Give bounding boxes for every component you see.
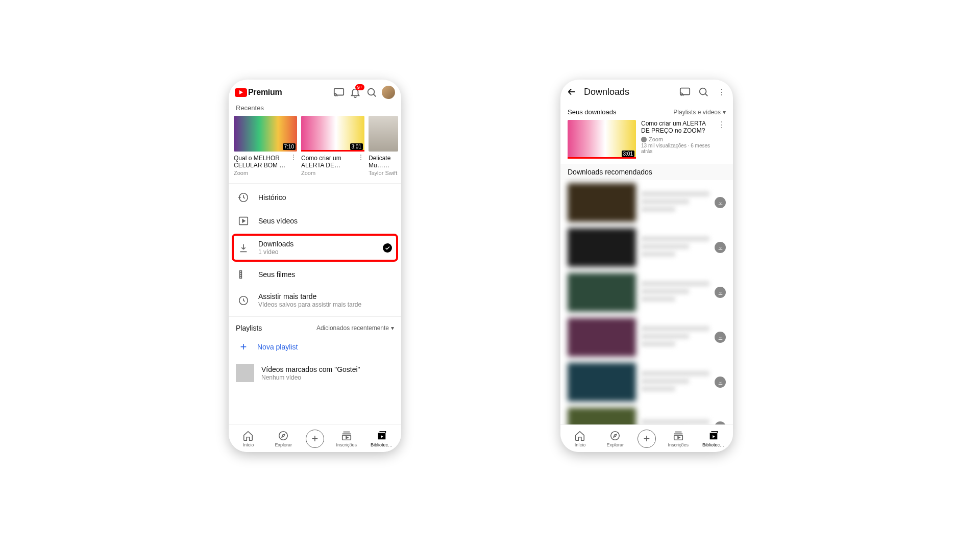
new-playlist-button[interactable]: + Nova playlist (229, 334, 401, 360)
nav-explore[interactable]: Explorar (602, 430, 628, 447)
nav-library[interactable]: Bibliotec… (701, 430, 726, 447)
notification-badge: 9+ (355, 84, 364, 90)
phone-downloads-screen: Downloads ⋮ Seus downloads Playlists e v… (560, 80, 733, 452)
page-title: Downloads (584, 87, 629, 97)
playlists-header: Playlists Adicionados recentemente▾ (229, 319, 401, 334)
library-your-videos[interactable]: Seus vídeos (229, 209, 401, 233)
svg-point-1 (368, 89, 375, 95)
phone-library-screen: Premium 9+ Recentes 7:10 Q (229, 80, 401, 452)
chevron-down-icon: ▾ (723, 109, 726, 116)
recommended-item[interactable] (568, 363, 726, 402)
search-icon[interactable] (365, 86, 378, 98)
nav-home[interactable]: Início (235, 430, 261, 447)
nav-subscriptions[interactable]: Inscrições (666, 430, 691, 447)
more-icon[interactable]: ⋮ (290, 155, 297, 160)
playlists-sort[interactable]: Adicionados recentemente▾ (316, 324, 394, 332)
brand-text: Premium (248, 88, 282, 97)
playlist-liked-videos[interactable]: Vídeos marcados com "Gostei" Nenhum víde… (229, 360, 401, 386)
downloads-filter[interactable]: Playlists e vídeos▾ (673, 109, 726, 116)
nav-library[interactable]: Bibliotec… (369, 430, 395, 447)
svg-point-9 (700, 88, 706, 95)
header: Downloads ⋮ (560, 80, 733, 104)
recommended-item[interactable] (568, 408, 726, 424)
play-outline-icon (238, 215, 249, 227)
recommended-list (560, 180, 733, 424)
recommended-item[interactable] (568, 183, 726, 222)
history-icon (238, 192, 249, 203)
notifications-icon[interactable]: 9+ (349, 86, 361, 98)
download-icon[interactable] (715, 332, 726, 343)
recent-card[interactable]: 7:10 Qual o MELHOR CELULAR BOM e B…⋮ Zoo… (234, 116, 297, 176)
svg-point-10 (611, 431, 620, 440)
cast-icon[interactable] (679, 86, 691, 98)
recents-label: Recentes (229, 102, 401, 116)
chevron-down-icon: ▾ (391, 324, 394, 332)
youtube-play-icon (235, 88, 247, 97)
recents-row: 7:10 Qual o MELHOR CELULAR BOM e B…⋮ Zoo… (229, 116, 401, 181)
download-icon[interactable] (715, 197, 726, 208)
playlist-thumb (236, 364, 254, 382)
nav-create-button[interactable]: + (638, 430, 656, 448)
bottom-nav: Início Explorar + Inscrições Bibliotec… (229, 424, 401, 452)
verified-icon (641, 137, 647, 142)
download-icon[interactable] (715, 242, 726, 253)
download-icon[interactable] (715, 287, 726, 298)
recent-card[interactable]: 3:01 Como criar um ALERTA DE PREÇO …⋮ Zo… (301, 116, 364, 176)
nav-home[interactable]: Início (567, 430, 593, 447)
recommended-item[interactable] (568, 273, 726, 312)
nav-create-button[interactable]: + (306, 430, 324, 448)
recent-card[interactable]: Delicate Mu… Dance Rehe… Taylor Swift (369, 116, 398, 176)
downloads-subheader: Seus downloads Playlists e vídeos▾ (560, 104, 733, 120)
recommended-item[interactable] (568, 318, 726, 357)
plus-icon: + (238, 340, 249, 354)
recommended-item[interactable] (568, 228, 726, 267)
film-icon (238, 269, 249, 280)
nav-explore[interactable]: Explorar (271, 430, 296, 447)
bottom-nav: Início Explorar + Inscrições Bibliotec… (560, 424, 733, 452)
avatar[interactable] (382, 86, 395, 99)
nav-subscriptions[interactable]: Inscrições (334, 430, 359, 447)
search-icon[interactable] (697, 86, 709, 98)
more-icon[interactable]: ⋮ (718, 120, 726, 159)
download-icon[interactable] (715, 377, 726, 388)
library-your-movies[interactable]: Seus filmes (229, 263, 401, 286)
check-icon (383, 243, 392, 253)
more-icon[interactable]: ⋮ (716, 86, 728, 98)
more-icon[interactable]: ⋮ (357, 155, 364, 160)
youtube-premium-logo[interactable]: Premium (235, 88, 282, 97)
recommended-label: Downloads recomendados (560, 164, 733, 180)
library-downloads[interactable]: Downloads 1 vídeo (232, 234, 398, 262)
cast-icon[interactable] (333, 86, 345, 98)
svg-point-6 (279, 431, 288, 440)
back-icon[interactable] (566, 86, 578, 98)
library-history[interactable]: Histórico (229, 186, 401, 209)
clock-icon (238, 295, 249, 306)
library-watch-later[interactable]: Assistir mais tarde Vídeos salvos para a… (229, 286, 401, 314)
header: Premium 9+ (229, 80, 401, 102)
downloaded-video-item[interactable]: 3:01 Como criar um ALERTA DE PREÇO no ZO… (560, 120, 733, 164)
download-icon (238, 242, 249, 254)
